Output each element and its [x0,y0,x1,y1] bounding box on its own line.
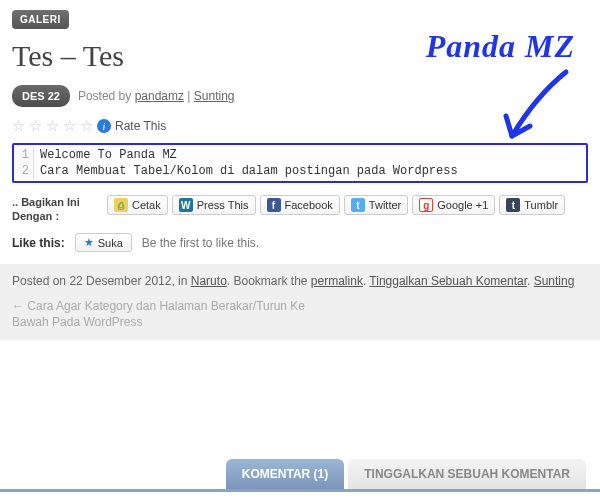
prev-post-link[interactable]: ← Cara Agar Kategory dan Halaman Berakar… [12,298,312,330]
share-twitter-label: Twitter [369,199,401,211]
code-line: 2 Cara Membuat Tabel/Kolom di dalam post… [14,163,586,181]
star-icon[interactable]: ☆ [80,117,93,135]
star-icon[interactable]: ☆ [29,117,42,135]
date-badge: DES 22 [12,85,70,107]
share-google-button[interactable]: gGoogle +1 [412,195,495,215]
line-number: 2 [14,163,34,179]
comment-tabs: KOMENTAR (1) TINGGALKAN SEBUAH KOMENTAR [0,459,600,492]
star-icon[interactable]: ☆ [46,117,59,135]
tab-leave-comment[interactable]: TINGGALKAN SEBUAH KOMENTAR [348,459,586,489]
footer-posted-on: Posted on 22 Desember 2012, in [12,274,191,288]
footer-leave-comment-link[interactable]: Tinggalkan Sebuah Komentar [369,274,527,288]
twitter-icon: t [351,198,365,212]
rate-label: Rate This [115,119,166,133]
share-tumblr-button[interactable]: tTumblr [499,195,565,215]
share-label: .. Bagikan Ini Dengan : [12,195,97,223]
star-icon: ★ [84,236,94,249]
tumblr-icon: t [506,198,520,212]
like-text: Be the first to like this. [142,236,259,250]
share-pressthis-button[interactable]: WPress This [172,195,256,215]
edit-link[interactable]: Sunting [194,89,235,103]
code-line: 1 Welcome To Panda MZ [14,145,586,163]
footer-category-link[interactable]: Naruto [191,274,227,288]
author-link[interactable]: pandamz [135,89,184,103]
share-twitter-button[interactable]: tTwitter [344,195,408,215]
wordpress-icon: W [179,198,193,212]
footer-edit-link[interactable]: Sunting [534,274,575,288]
share-facebook-button[interactable]: fFacebook [260,195,340,215]
post-meta: DES 22 Posted by pandamz | Sunting [12,85,588,107]
post-title: Tes – Tes [12,39,588,73]
code-text: Cara Membuat Tabel/Kolom di dalam postin… [34,163,464,179]
share-pressthis-label: Press This [197,199,249,211]
share-print-button[interactable]: ⎙Cetak [107,195,168,215]
share-google-label: Google +1 [437,199,488,211]
like-button[interactable]: ★Suka [75,233,132,252]
code-block: 1 Welcome To Panda MZ 2 Cara Membuat Tab… [12,143,588,183]
star-icon[interactable]: ☆ [63,117,76,135]
meta-separator: | [184,89,194,103]
posted-by-label: Posted by [78,89,135,103]
line-number: 1 [14,147,34,163]
share-print-label: Cetak [132,199,161,211]
category-badge[interactable]: GALERI [12,10,69,29]
print-icon: ⎙ [114,198,128,212]
tab-comments[interactable]: KOMENTAR (1) [226,459,344,489]
star-icon[interactable]: ☆ [12,117,25,135]
like-label: Like this: [12,236,65,250]
google-plus-icon: g [419,198,433,212]
footer-permalink[interactable]: permalink [311,274,363,288]
footer-text: . [527,274,534,288]
code-text: Welcome To Panda MZ [34,147,183,163]
share-facebook-label: Facebook [285,199,333,211]
byline: Posted by pandamz | Sunting [78,89,235,103]
share-tumblr-label: Tumblr [524,199,558,211]
like-button-label: Suka [98,237,123,249]
footer-text: . Bookmark the [227,274,311,288]
facebook-icon: f [267,198,281,212]
rating-widget: ☆ ☆ ☆ ☆ ☆ i Rate This [12,117,588,135]
info-icon: i [97,119,111,133]
post-footer: Posted on 22 Desember 2012, in Naruto. B… [0,264,600,340]
